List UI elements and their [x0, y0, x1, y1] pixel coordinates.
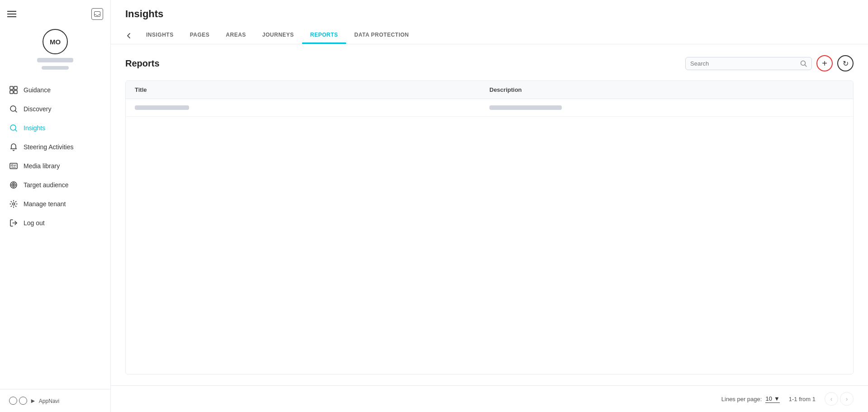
media-icon	[9, 161, 18, 170]
sidebar-item-guidance[interactable]: Guidance	[0, 81, 110, 99]
svg-line-6	[15, 111, 17, 113]
svg-rect-3	[10, 90, 13, 94]
toolbar-right: + ↻	[685, 55, 854, 71]
lines-per-page-select[interactable]: 10 ▼	[765, 395, 779, 403]
tab-reports[interactable]: REPORTS	[302, 27, 346, 44]
content-area: Reports + ↻	[111, 44, 868, 385]
reports-table: Title Description	[125, 81, 854, 374]
insights-icon	[9, 123, 18, 133]
app-navi-arrow: ►	[30, 397, 36, 404]
target-icon	[9, 180, 18, 189]
search-icon[interactable]	[800, 60, 807, 67]
tab-insights[interactable]: INSIGHTS	[138, 27, 182, 44]
avatar: MO	[43, 29, 68, 54]
user-profile: MO	[0, 24, 110, 77]
guidance-icon	[9, 85, 18, 95]
svg-point-16	[13, 185, 14, 186]
app-navi-icons: ►	[9, 397, 36, 405]
sidebar-label-steering: Steering Activities	[24, 143, 74, 151]
app-navi-label: AppNavi	[39, 398, 59, 404]
row-description-cell	[489, 105, 844, 110]
lines-per-page-label: Lines per page:	[721, 396, 762, 403]
sidebar-item-media-library[interactable]: Media library	[0, 156, 110, 175]
hamburger-menu[interactable]	[7, 11, 16, 17]
discovery-icon	[9, 104, 18, 114]
svg-point-14	[10, 182, 17, 188]
gear-icon	[9, 199, 18, 208]
table-header: Title Description	[126, 81, 853, 99]
app-navi-circle-1	[9, 397, 17, 405]
refresh-icon: ↻	[843, 59, 849, 68]
plus-icon: +	[822, 59, 827, 68]
lines-per-page-value: 10	[765, 395, 772, 402]
content-title: Reports	[125, 58, 160, 69]
app-navi-section: ► AppNavi	[0, 389, 110, 412]
user-role-blurred	[42, 66, 69, 70]
lines-dropdown-arrow: ▼	[774, 395, 780, 402]
pagination-nav: ‹ ›	[825, 392, 854, 406]
row-description-blurred	[489, 105, 562, 110]
user-name-blurred	[37, 58, 73, 62]
tabs-bar: INSIGHTS PAGES AREAS JOURNEYS REPORTS DA…	[125, 27, 854, 44]
sidebar-label-guidance: Guidance	[24, 86, 51, 94]
inbox-icon[interactable]	[91, 8, 103, 20]
sidebar-label-manage: Manage tenant	[24, 200, 66, 208]
logout-icon	[9, 218, 18, 227]
lines-per-page: Lines per page: 10 ▼	[721, 395, 780, 403]
pagination-footer: Lines per page: 10 ▼ 1-1 from 1 ‹ ›	[111, 385, 868, 412]
app-navi-circle-2	[19, 397, 27, 405]
sidebar-top	[0, 0, 110, 24]
svg-rect-1	[10, 86, 13, 90]
column-description: Description	[489, 86, 844, 93]
next-page-button[interactable]: ›	[840, 392, 854, 406]
prev-page-button[interactable]: ‹	[825, 392, 838, 406]
tab-areas[interactable]: AREAS	[218, 27, 254, 44]
page-title: Insights	[125, 8, 854, 20]
bell-icon	[9, 142, 18, 152]
svg-rect-10	[11, 165, 13, 166]
tab-pages[interactable]: PAGES	[182, 27, 218, 44]
sidebar-label-insights: Insights	[24, 124, 45, 132]
table-row[interactable]	[126, 99, 853, 117]
main-header: Insights INSIGHTS PAGES AREAS JOURNEYS R…	[111, 0, 868, 44]
sidebar-item-target-audience[interactable]: Target audience	[0, 175, 110, 194]
svg-rect-9	[10, 163, 17, 169]
svg-line-24	[805, 65, 807, 66]
sidebar-item-insights[interactable]: Insights	[0, 118, 110, 137]
sidebar-label-media: Media library	[24, 162, 60, 170]
sidebar-item-steering-activities[interactable]: Steering Activities	[0, 137, 110, 156]
sidebar-item-manage-tenant[interactable]: Manage tenant	[0, 194, 110, 213]
refresh-button[interactable]: ↻	[837, 55, 854, 71]
sidebar-navigation: Guidance Discovery Insights	[0, 77, 110, 389]
search-input[interactable]	[690, 60, 797, 67]
column-title: Title	[135, 86, 489, 93]
svg-rect-2	[14, 86, 17, 90]
sidebar-item-discovery[interactable]: Discovery	[0, 99, 110, 118]
main-content: Insights INSIGHTS PAGES AREAS JOURNEYS R…	[111, 0, 868, 412]
svg-rect-4	[14, 90, 17, 94]
add-report-button[interactable]: +	[816, 55, 833, 71]
sidebar: MO Guidance Disc	[0, 0, 111, 412]
search-box[interactable]	[685, 57, 812, 70]
sidebar-item-logout[interactable]: Log out	[0, 213, 110, 232]
content-toolbar: Reports + ↻	[125, 55, 854, 71]
tab-journeys[interactable]: JOURNEYS	[254, 27, 302, 44]
sidebar-label-discovery: Discovery	[24, 105, 51, 113]
svg-point-21	[13, 203, 15, 205]
row-title-cell	[135, 105, 489, 110]
row-title-blurred	[135, 105, 189, 110]
svg-line-8	[15, 130, 17, 132]
pagination-info: 1-1 from 1	[789, 396, 816, 403]
back-button[interactable]	[125, 32, 133, 39]
sidebar-label-target: Target audience	[24, 181, 69, 189]
tab-data-protection[interactable]: DATA PROTECTION	[346, 27, 417, 44]
svg-point-15	[12, 183, 15, 187]
sidebar-label-logout: Log out	[24, 219, 45, 227]
